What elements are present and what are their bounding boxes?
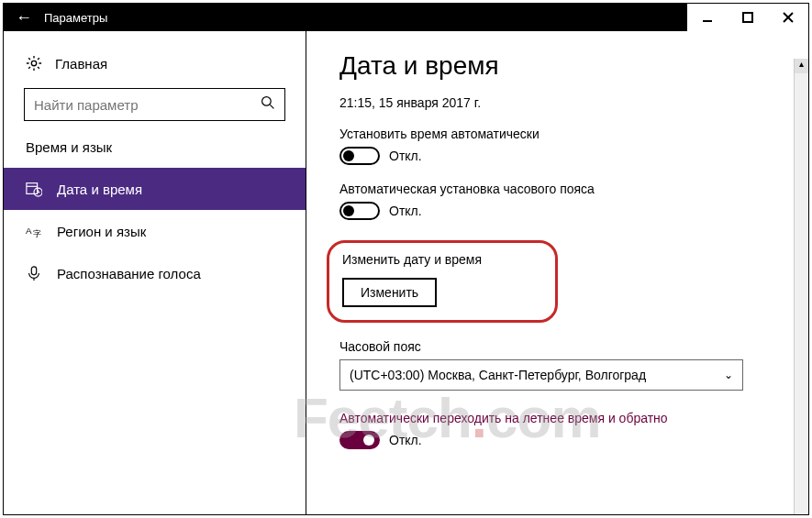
minimize-button[interactable] <box>687 4 728 31</box>
window-controls <box>687 4 808 31</box>
settings-window: ← Параметры Главная Время и язык <box>3 3 809 515</box>
dst-toggle[interactable] <box>339 431 380 449</box>
sidebar-item-label: Регион и язык <box>57 224 146 239</box>
dst-state: Откл. <box>389 433 422 447</box>
language-icon: A字 <box>26 223 42 239</box>
content-pane: Дата и время 21:15, 15 января 2017 г. Ус… <box>306 31 808 514</box>
current-datetime: 21:15, 15 января 2017 г. <box>339 95 775 110</box>
sidebar: Главная Время и язык Дата и время A字 <box>4 31 306 514</box>
search-box[interactable] <box>24 88 285 121</box>
home-label: Главная <box>55 56 107 72</box>
auto-tz-label: Автоматическая установка часового пояса <box>339 182 775 196</box>
sidebar-item-region-language[interactable]: A字 Регион и язык <box>4 210 306 252</box>
window-title: Параметры <box>44 11 107 25</box>
chevron-down-icon: ⌄ <box>724 369 733 381</box>
timezone-label: Часовой пояс <box>339 339 775 354</box>
sidebar-item-label: Дата и время <box>57 182 142 197</box>
auto-time-toggle[interactable] <box>339 147 380 165</box>
search-input[interactable] <box>25 92 251 118</box>
dst-label: Автоматически переходить на летнее время… <box>339 411 775 425</box>
microphone-icon <box>26 265 42 281</box>
page-title: Дата и время <box>339 51 775 81</box>
timezone-select[interactable]: (UTC+03:00) Москва, Санкт-Петербург, Вол… <box>339 359 743 391</box>
timezone-value: (UTC+03:00) Москва, Санкт-Петербург, Вол… <box>350 368 646 382</box>
auto-tz-state: Откл. <box>389 204 422 218</box>
sidebar-item-label: Распознавание голоса <box>57 266 201 281</box>
svg-text:A: A <box>26 226 32 236</box>
auto-time-label: Установить время автоматически <box>339 127 775 141</box>
home-link[interactable]: Главная <box>4 50 306 88</box>
sidebar-item-speech[interactable]: Распознавание голоса <box>4 252 306 294</box>
calendar-clock-icon <box>26 181 42 197</box>
svg-line-6 <box>270 105 273 108</box>
titlebar: ← Параметры <box>4 4 808 31</box>
window-body: Главная Время и язык Дата и время A字 <box>4 31 808 514</box>
change-datetime-label: Изменить дату и время <box>342 252 482 267</box>
change-button[interactable]: Изменить <box>342 278 437 307</box>
gear-icon <box>26 55 42 72</box>
scroll-up-icon[interactable]: ▴ <box>795 59 808 73</box>
svg-rect-1 <box>743 13 752 22</box>
close-button[interactable] <box>768 4 808 31</box>
search-icon <box>251 95 284 114</box>
auto-tz-toggle[interactable] <box>339 202 380 220</box>
svg-point-5 <box>262 97 272 106</box>
highlight-annotation: Изменить дату и время Изменить <box>327 240 558 323</box>
svg-point-4 <box>31 61 36 65</box>
category-heading: Время и язык <box>4 139 306 168</box>
auto-time-state: Откл. <box>389 149 422 163</box>
scrollbar[interactable]: ▴ <box>794 59 808 514</box>
svg-rect-12 <box>31 267 36 275</box>
sidebar-item-date-time[interactable]: Дата и время <box>4 168 306 210</box>
maximize-button[interactable] <box>728 4 768 31</box>
svg-text:字: 字 <box>33 229 41 238</box>
back-button[interactable]: ← <box>4 8 44 28</box>
